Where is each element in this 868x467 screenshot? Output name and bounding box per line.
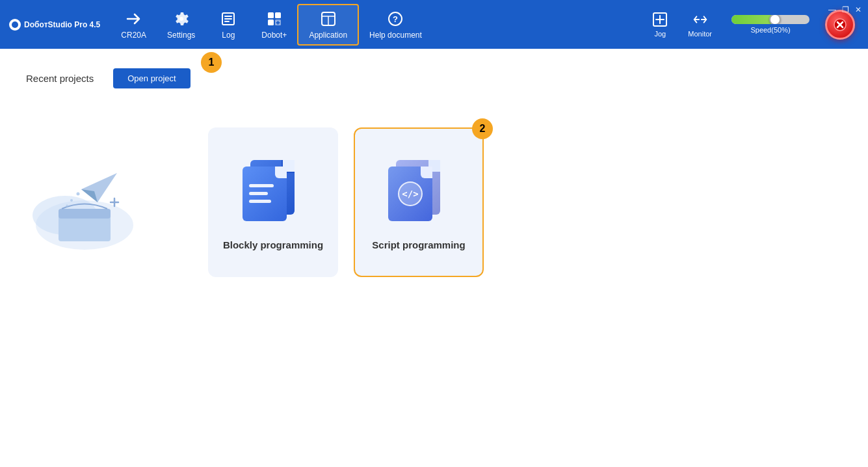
nav-item-dobot-plus[interactable]: Dobot+ [251,4,297,46]
nav-dobot-plus-label: Dobot+ [261,31,287,40]
svg-point-25 [77,193,80,196]
settings-icon [172,10,191,28]
monitor-label: Monitor [688,30,712,38]
dobot-plus-icon [265,10,283,28]
title-bar: DoбoтStudio Pro 4.5 CR20A Settings [0,0,868,49]
annotation-1: 1 [201,52,222,73]
speed-thumb [769,15,781,24]
nav-application-label: Application [309,31,347,40]
illustration [26,140,143,258]
nav-items: CR20A Settings Log [111,4,642,46]
window-controls: — ❐ ✕ [828,5,863,14]
nav-settings-label: Settings [167,31,195,40]
speed-label: Speed(50%) [750,26,790,34]
svg-point-26 [70,199,73,202]
main-content: Recent projects Open project [0,49,868,467]
jog-icon [651,11,668,28]
close-button[interactable]: ✕ [854,5,863,14]
svg-rect-6 [268,20,274,25]
app-title: DoбoтStudio Pro 4.5 [24,20,100,29]
svg-rect-4 [268,12,274,18]
script-page-front: </> [388,167,432,221]
svg-rect-5 [275,12,281,18]
monitor-icon [692,11,709,28]
cr20a-icon [125,10,143,28]
app-logo-icon [9,19,21,31]
script-card-label: Script programming [372,239,465,250]
script-code-circle: </> [398,181,423,206]
svg-text:?: ? [393,14,398,24]
log-icon [219,10,237,28]
nav-help-label: Help document [369,31,422,40]
help-icon: ? [386,10,404,28]
nav-log-label: Log [222,31,235,40]
nav-item-application[interactable]: Application [297,4,359,46]
monitor-button[interactable]: Monitor [679,4,721,46]
projects-header: Recent projects Open project [26,68,842,88]
jog-label: Jog [654,30,666,38]
svg-rect-22 [59,209,111,219]
blockly-line-2 [249,192,268,195]
jog-button[interactable]: Jog [642,4,677,46]
blockly-page-front [243,167,287,221]
blockly-programming-card[interactable]: Blockly programming [208,127,338,277]
nav-item-log[interactable]: Log [205,4,251,46]
maximize-button[interactable]: ❐ [841,5,850,14]
open-project-button[interactable]: Open project [113,68,190,88]
cards-row: Blockly programming </> Script programmi… [208,127,484,277]
minimize-button[interactable]: — [828,5,837,14]
annotation-2: 2 [472,118,493,139]
recent-projects-label: Recent projects [26,73,94,84]
script-card-icon: </> [383,155,454,226]
blockly-line-1 [249,184,274,187]
script-programming-card[interactable]: </> Script programming 2 [354,127,484,277]
svg-point-27 [66,205,68,207]
application-icon [319,10,337,28]
app-logo: DoбoтStudio Pro 4.5 [5,19,104,31]
speed-control[interactable]: Speed(50%) [722,12,819,36]
right-toolbar: Jog Monitor Speed(50%) [642,4,855,46]
blockly-card-icon [237,155,309,226]
blockly-line-3 [249,200,271,203]
blockly-card-label: Blockly programming [223,239,323,250]
speed-track[interactable] [731,15,809,24]
nav-item-cr20a[interactable]: CR20A [111,4,157,46]
nav-item-help[interactable]: ? Help document [359,4,432,46]
cards-area: Blockly programming </> Script programmi… [26,114,842,277]
nav-item-settings[interactable]: Settings [157,4,205,46]
nav-cr20a-label: CR20A [121,31,146,40]
